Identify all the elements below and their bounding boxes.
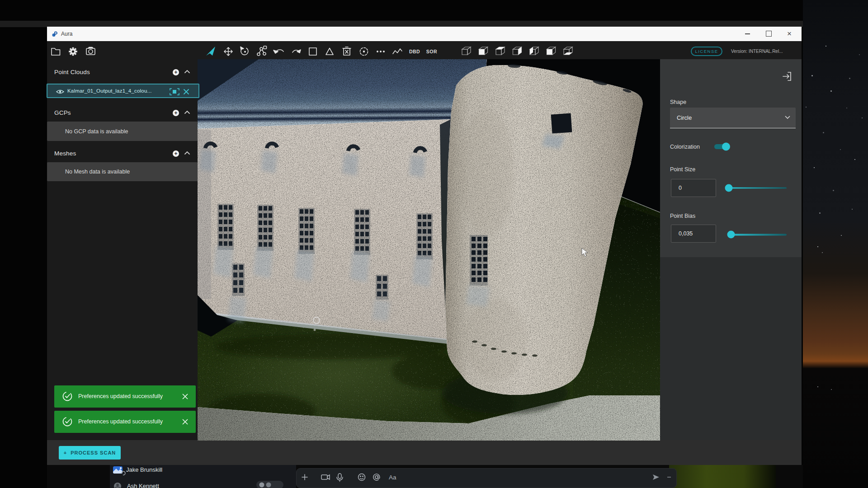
svg-text:DBD: DBD xyxy=(409,49,420,54)
svg-text:SOR: SOR xyxy=(426,49,437,54)
svg-text:Aa: Aa xyxy=(389,474,396,481)
